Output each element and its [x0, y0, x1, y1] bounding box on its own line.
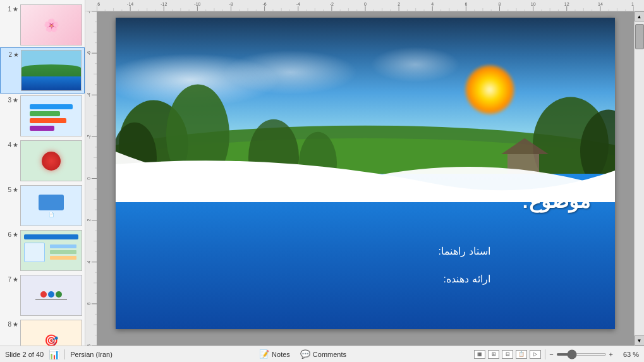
slide-star-3: ★	[13, 97, 19, 104]
slide-thumb-3[interactable]: 3 ★	[0, 94, 85, 138]
slide-presenter-text[interactable]: ارائه دهنده:	[444, 273, 490, 285]
scroll-track[interactable]	[635, 21, 644, 335]
slide-thumbnail-1[interactable]	[20, 4, 82, 45]
outline-view-button[interactable]: ⊞	[488, 350, 499, 359]
slide-thumbnail-3[interactable]	[20, 95, 82, 136]
notes-button[interactable]: 📝 Notes	[259, 349, 290, 359]
slide-num-5: 5	[3, 186, 11, 194]
slide-thumb-2[interactable]: 2 ★	[0, 47, 85, 94]
slide-thumb-4[interactable]: 4 ★	[0, 138, 85, 183]
slide-canvas-wrapper[interactable]: موضوع: استاد راهنما: ارائه دهنده:	[97, 11, 634, 346]
slide-star-6: ★	[13, 231, 19, 238]
slide-star-4: ★	[13, 142, 19, 148]
slide-thumb-5[interactable]: 5 ★ 📄	[0, 183, 85, 228]
slide-thumb-1[interactable]: 1 ★	[0, 3, 85, 47]
status-separator-2	[545, 349, 545, 359]
slide-star-7: ★	[13, 276, 19, 283]
slide-thumbnail-5[interactable]: 📄	[20, 185, 82, 226]
slide-thumb-6[interactable]: 6 ★	[0, 228, 85, 273]
reading-view-button[interactable]: ▷	[530, 350, 541, 359]
language-label: Persian (Iran)	[70, 351, 112, 358]
slide-num-2: 2	[3, 51, 12, 59]
scroll-thumb[interactable]	[635, 24, 644, 49]
slide-num-3: 3	[3, 97, 11, 104]
notes-label[interactable]: Notes	[272, 351, 290, 358]
comments-label[interactable]: Comments	[313, 351, 346, 358]
zoom-percent[interactable]: 63 %	[617, 351, 639, 358]
zoom-in-button[interactable]: +	[609, 351, 613, 358]
zoom-out-button[interactable]: −	[549, 351, 553, 358]
slide-thumb-8[interactable]: 8 ★	[0, 318, 85, 346]
notes-icon: 📝	[259, 349, 269, 359]
slide-sorter-button[interactable]: ⊟	[502, 350, 513, 359]
ruler-left	[85, 11, 97, 346]
slide-panel[interactable]: 1 ★ 2 ★ 3 ★ 4 ★	[0, 0, 85, 346]
slide-thumbnail-8[interactable]	[20, 320, 82, 346]
comments-button[interactable]: 💬 Comments	[300, 349, 346, 359]
main-area: 1 ★ 2 ★ 3 ★ 4 ★	[0, 0, 644, 346]
slide-canvas: موضوع: استاد راهنما: ارائه دهنده:	[116, 18, 615, 329]
normal-view-button[interactable]: ▦	[474, 350, 485, 359]
status-bar: Slide 2 of 40 📊 Persian (Iran) 📝 Notes 💬…	[0, 346, 644, 362]
comments-icon: 💬	[300, 349, 310, 359]
scroll-down-button[interactable]: ▼	[635, 335, 645, 346]
status-center: 📝 Notes 💬 Comments	[137, 349, 469, 359]
slide-num-1: 1	[3, 6, 11, 13]
slide-num-4: 4	[3, 142, 11, 149]
slide-num-7: 7	[3, 276, 11, 284]
slide-star-2: ★	[13, 51, 20, 58]
slide-num-6: 6	[3, 231, 11, 239]
slide-thumbnail-7[interactable]	[20, 275, 82, 316]
presentation-icon: 📊	[49, 349, 59, 359]
slide-advisor-text[interactable]: استاد راهنما:	[439, 245, 490, 257]
notes-view-button[interactable]: 📋	[516, 350, 527, 359]
zoom-slider-group[interactable]: − +	[549, 351, 613, 358]
slide-star-5: ★	[13, 186, 19, 193]
status-left: Slide 2 of 40 📊 Persian (Iran)	[5, 349, 131, 359]
canvas-area: موضوع: استاد راهنما: ارائه دهنده: ▲ ▼	[85, 0, 644, 346]
slide-wave-svg	[116, 152, 615, 202]
slide-thumbnail-2[interactable]	[21, 50, 82, 91]
slide-star-8: ★	[13, 321, 19, 328]
vertical-scrollbar[interactable]: ▲ ▼	[634, 11, 644, 346]
ruler-top	[85, 0, 644, 11]
slide-thumb-7[interactable]: 7 ★	[0, 273, 85, 318]
slide-thumbnail-4[interactable]	[20, 140, 82, 181]
view-icons: ▦ ⊞ ⊟ 📋 ▷	[474, 350, 541, 359]
zoom-slider[interactable]	[556, 353, 607, 356]
status-right: ▦ ⊞ ⊟ 📋 ▷ − + 63 %	[474, 349, 639, 359]
slide-num-8: 8	[3, 321, 11, 329]
slide-thumbnail-6[interactable]	[20, 230, 82, 271]
slide-info: Slide 2 of 40	[5, 351, 44, 358]
slide-star-1: ★	[13, 6, 19, 13]
scroll-up-button[interactable]: ▲	[635, 11, 645, 21]
ruler-content-area: موضوع: استاد راهنما: ارائه دهنده: ▲ ▼	[85, 11, 644, 346]
status-separator-1	[64, 349, 65, 359]
